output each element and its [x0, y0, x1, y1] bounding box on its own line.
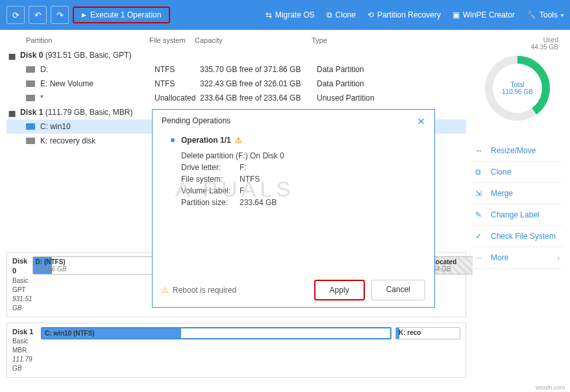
partition-grid-header: Partition File system Capacity Type	[6, 35, 466, 48]
undo-button[interactable]: ↶	[29, 6, 47, 24]
donut-total-label: Total	[510, 81, 524, 88]
col-capacity: Capacity	[195, 36, 312, 44]
operation-detail-row: File system:NTFS	[181, 173, 416, 185]
redo-button[interactable]: ↷	[51, 6, 69, 24]
action-icon: ⧉	[475, 167, 486, 177]
clone-icon: ⧉	[327, 10, 332, 19]
disk-bar: Disk 1Basic MBR111.79 GBC: win10 (NTFS)K…	[6, 323, 466, 378]
action-merge[interactable]: ⇲Merge	[473, 183, 562, 204]
execute-label: Execute 1 Operation	[90, 10, 161, 19]
action-clone[interactable]: ⧉Clone	[473, 162, 562, 183]
action-icon: ✓	[475, 232, 486, 241]
warning-icon: ⚠	[162, 286, 169, 295]
bullet-icon	[171, 138, 175, 142]
partition-icon	[26, 123, 35, 130]
winpe-icon: ▣	[452, 10, 460, 19]
action-icon: ✎	[475, 210, 486, 219]
partition-icon	[26, 138, 35, 144]
operation-detail-row: Volume Label:F	[181, 185, 416, 197]
actions-panel: ↔Resize/Move⧉Clone⇲Merge✎Change Label✓Ch…	[473, 140, 562, 269]
action-icon: ···	[475, 253, 486, 262]
disk-segment[interactable]: C: win10 (NTFS)	[41, 327, 391, 339]
action-check-file-system[interactable]: ✓Check File System	[473, 226, 562, 247]
refresh-button[interactable]: ⟳	[6, 6, 25, 24]
top-toolbar: ⟳ ↶ ↷ ▶ Execute 1 Operation ⇆Migrate OS …	[0, 0, 570, 30]
partition-row[interactable]: D:NTFS335.70 GB free of 371.86 GBData Pa…	[6, 62, 466, 77]
action-icon: ↔	[475, 146, 486, 155]
footer-credit: wsxdn.com	[536, 384, 565, 391]
partition-row[interactable]: E: New VolumeNTFS322.43 GB free of 326.0…	[6, 77, 466, 91]
winpe-creator-button[interactable]: ▣WinPE Creator	[452, 10, 515, 19]
col-filesystem: File system	[149, 36, 195, 44]
apply-button[interactable]: Apply	[314, 280, 365, 300]
action-icon: ⇲	[475, 189, 486, 198]
partition-icon	[26, 66, 35, 73]
disk-row[interactable]: ▅Disk 0 (931.51 GB, Basic, GPT)	[6, 48, 466, 62]
chevron-down-icon: ▾	[561, 12, 564, 18]
play-icon: ▶	[82, 12, 86, 18]
pending-operations-dialog: Pending Operations ✕ Operation 1/1⚠ Dele…	[152, 109, 435, 308]
migrate-os-button[interactable]: ⇆Migrate OS	[266, 10, 315, 19]
partition-icon	[26, 80, 35, 87]
dialog-title: Pending Operations	[162, 116, 230, 127]
col-type: Type	[312, 36, 390, 44]
warning-icon: ⚠	[235, 136, 242, 145]
reboot-notice: Reboot is required	[173, 286, 236, 295]
operation-title: Operation 1/1	[181, 136, 231, 145]
operation-description: Delete partition (F:) On Disk 0	[181, 150, 416, 162]
migrate-icon: ⇆	[266, 10, 272, 19]
clone-button[interactable]: ⧉Clone	[327, 10, 356, 19]
partition-icon	[26, 95, 35, 101]
toolbar-right: ⇆Migrate OS ⧉Clone ⟲Partition Recovery ▣…	[266, 10, 564, 19]
chevron-right-icon: ›	[558, 254, 560, 262]
wrench-icon: 🔧	[527, 10, 536, 19]
disk-segment[interactable]: K: reco	[395, 327, 460, 339]
col-partition: Partition	[26, 36, 149, 44]
action-more[interactable]: ···More›	[473, 247, 562, 269]
partition-row[interactable]: *Unallocated233.64 GB free of 233.64 GBU…	[6, 91, 466, 105]
recovery-icon: ⟲	[367, 10, 374, 19]
execute-operation-button[interactable]: ▶ Execute 1 Operation	[73, 6, 170, 23]
tools-dropdown[interactable]: 🔧Tools▾	[527, 10, 564, 19]
operation-detail-row: Drive letter:F:	[181, 162, 416, 173]
hdd-icon: ▅	[9, 108, 15, 117]
operation-detail-row: Partition size:233.64 GB	[181, 197, 416, 208]
cancel-button[interactable]: Cancel	[371, 280, 425, 300]
donut-total-value: 110.96 GB	[502, 88, 533, 95]
partition-recovery-button[interactable]: ⟲Partition Recovery	[367, 10, 441, 19]
action-resize-move[interactable]: ↔Resize/Move	[473, 140, 562, 162]
hdd-icon: ▅	[9, 51, 15, 60]
close-icon[interactable]: ✕	[417, 116, 425, 127]
action-change-label[interactable]: ✎Change Label	[473, 204, 562, 226]
usage-donut: Used44.35 GB Total 110.96 GB	[473, 36, 562, 121]
